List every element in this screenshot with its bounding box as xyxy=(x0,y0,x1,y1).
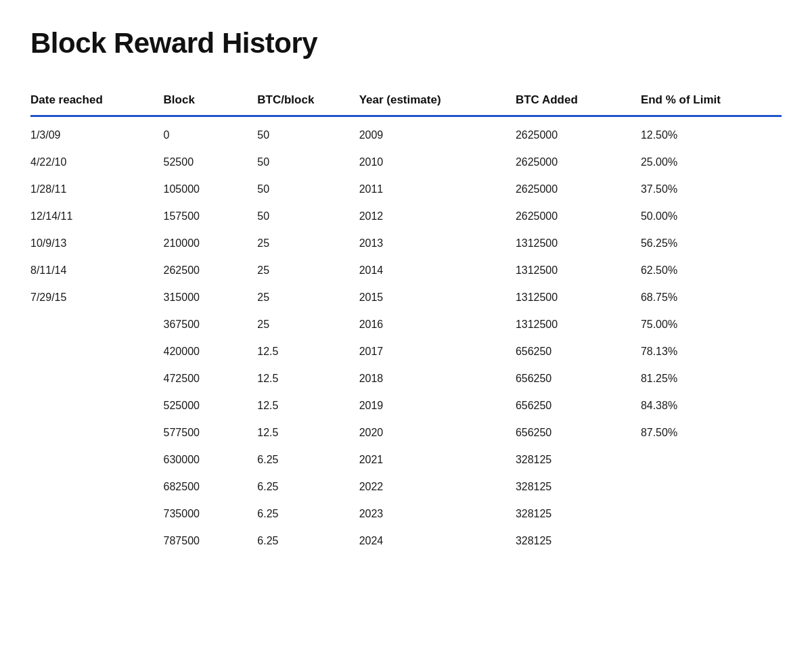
cell-8-3: 2017 xyxy=(359,338,516,365)
cell-0-1: 0 xyxy=(164,116,258,149)
cell-11-3: 2020 xyxy=(359,419,516,446)
page-title: Block Reward History xyxy=(30,27,782,60)
table-row: 47250012.5201865625081.25% xyxy=(30,365,782,392)
cell-12-5 xyxy=(641,446,782,473)
cell-12-4: 328125 xyxy=(516,446,641,473)
cell-14-3: 2023 xyxy=(359,500,516,528)
cell-3-3: 2012 xyxy=(359,203,516,230)
cell-9-3: 2018 xyxy=(359,365,516,392)
col-header-block: Block xyxy=(164,87,258,116)
cell-7-5: 75.00% xyxy=(641,311,782,338)
table-row: 10/9/13210000252013131250056.25% xyxy=(30,230,782,257)
cell-12-2: 6.25 xyxy=(257,446,359,473)
cell-9-5: 81.25% xyxy=(641,365,782,392)
cell-2-0: 1/28/11 xyxy=(30,176,164,203)
table-row: 4/22/1052500502010262500025.00% xyxy=(30,149,782,176)
cell-1-2: 50 xyxy=(257,149,359,176)
cell-13-4: 328125 xyxy=(516,473,641,500)
cell-2-1: 105000 xyxy=(164,176,258,203)
cell-5-4: 1312500 xyxy=(516,257,641,284)
cell-11-1: 577500 xyxy=(164,419,258,446)
cell-3-5: 50.00% xyxy=(641,203,782,230)
cell-1-0: 4/22/10 xyxy=(30,149,164,176)
cell-14-4: 328125 xyxy=(516,500,641,528)
col-header-btc-added: BTC Added xyxy=(516,87,641,116)
cell-4-3: 2013 xyxy=(359,230,516,257)
cell-8-4: 656250 xyxy=(516,338,641,365)
cell-6-1: 315000 xyxy=(164,284,258,311)
cell-15-1: 787500 xyxy=(164,528,258,555)
cell-15-3: 2024 xyxy=(359,528,516,555)
col-header-date: Date reached xyxy=(30,87,164,116)
cell-10-1: 525000 xyxy=(164,392,258,419)
cell-14-0 xyxy=(30,500,164,528)
cell-10-0 xyxy=(30,392,164,419)
cell-7-1: 367500 xyxy=(164,311,258,338)
cell-12-0 xyxy=(30,446,164,473)
cell-0-4: 2625000 xyxy=(516,116,641,149)
cell-4-4: 1312500 xyxy=(516,230,641,257)
table-row: 7350006.252023328125 xyxy=(30,500,782,528)
cell-4-2: 25 xyxy=(257,230,359,257)
cell-8-0 xyxy=(30,338,164,365)
cell-14-5 xyxy=(641,500,782,528)
cell-4-0: 10/9/13 xyxy=(30,230,164,257)
table-row: 8/11/14262500252014131250062.50% xyxy=(30,257,782,284)
cell-3-0: 12/14/11 xyxy=(30,203,164,230)
cell-6-4: 1312500 xyxy=(516,284,641,311)
cell-11-0 xyxy=(30,419,164,446)
cell-2-4: 2625000 xyxy=(516,176,641,203)
cell-6-2: 25 xyxy=(257,284,359,311)
cell-10-5: 84.38% xyxy=(641,392,782,419)
cell-14-1: 735000 xyxy=(164,500,258,528)
cell-2-2: 50 xyxy=(257,176,359,203)
cell-5-1: 262500 xyxy=(164,257,258,284)
cell-10-2: 12.5 xyxy=(257,392,359,419)
cell-15-5 xyxy=(641,528,782,555)
table-row: 12/14/11157500502012262500050.00% xyxy=(30,203,782,230)
cell-5-5: 62.50% xyxy=(641,257,782,284)
cell-5-2: 25 xyxy=(257,257,359,284)
table-row: 6825006.252022328125 xyxy=(30,473,782,500)
cell-7-4: 1312500 xyxy=(516,311,641,338)
cell-13-3: 2022 xyxy=(359,473,516,500)
cell-6-5: 68.75% xyxy=(641,284,782,311)
cell-1-3: 2010 xyxy=(359,149,516,176)
col-header-btc-block: BTC/block xyxy=(257,87,359,116)
cell-11-2: 12.5 xyxy=(257,419,359,446)
cell-0-3: 2009 xyxy=(359,116,516,149)
cell-8-5: 78.13% xyxy=(641,338,782,365)
cell-7-2: 25 xyxy=(257,311,359,338)
cell-3-2: 50 xyxy=(257,203,359,230)
cell-7-0 xyxy=(30,311,164,338)
table-row: 1/28/11105000502011262500037.50% xyxy=(30,176,782,203)
cell-12-3: 2021 xyxy=(359,446,516,473)
cell-9-1: 472500 xyxy=(164,365,258,392)
cell-6-0: 7/29/15 xyxy=(30,284,164,311)
cell-10-4: 656250 xyxy=(516,392,641,419)
cell-3-4: 2625000 xyxy=(516,203,641,230)
cell-12-1: 630000 xyxy=(164,446,258,473)
cell-3-1: 157500 xyxy=(164,203,258,230)
cell-9-0 xyxy=(30,365,164,392)
cell-9-2: 12.5 xyxy=(257,365,359,392)
cell-1-1: 52500 xyxy=(164,149,258,176)
cell-4-1: 210000 xyxy=(164,230,258,257)
cell-0-5: 12.50% xyxy=(641,116,782,149)
cell-14-2: 6.25 xyxy=(257,500,359,528)
cell-0-2: 50 xyxy=(257,116,359,149)
cell-6-3: 2015 xyxy=(359,284,516,311)
table-container: Date reached Block BTC/block Year (estim… xyxy=(30,87,782,555)
cell-15-4: 328125 xyxy=(516,528,641,555)
col-header-year: Year (estimate) xyxy=(359,87,516,116)
cell-15-0 xyxy=(30,528,164,555)
cell-8-2: 12.5 xyxy=(257,338,359,365)
table-header: Date reached Block BTC/block Year (estim… xyxy=(30,87,782,116)
cell-2-3: 2011 xyxy=(359,176,516,203)
cell-0-0: 1/3/09 xyxy=(30,116,164,149)
table-row: 7875006.252024328125 xyxy=(30,528,782,555)
cell-2-5: 37.50% xyxy=(641,176,782,203)
cell-10-3: 2019 xyxy=(359,392,516,419)
cell-1-4: 2625000 xyxy=(516,149,641,176)
cell-13-0 xyxy=(30,473,164,500)
